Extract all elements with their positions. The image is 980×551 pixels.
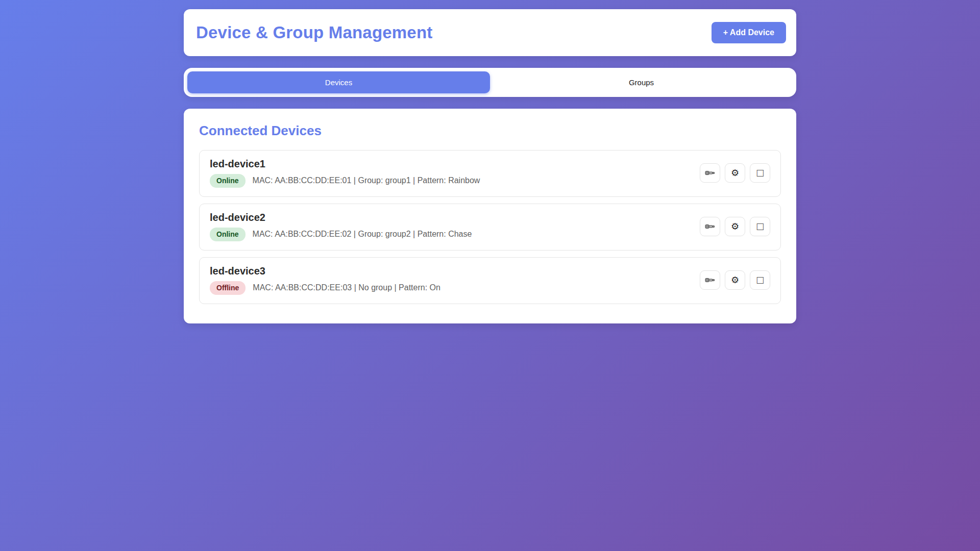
gear-icon: ⚙ [731, 222, 739, 231]
settings-device-button[interactable]: ⚙ [725, 217, 745, 236]
add-device-button[interactable]: + Add Device [712, 22, 786, 43]
square-icon: □ [756, 222, 764, 231]
blink-device-button[interactable] [700, 163, 720, 183]
flashlight-icon [705, 223, 715, 230]
flashlight-icon [705, 277, 715, 284]
gear-icon: ⚙ [731, 276, 739, 285]
connected-devices-card: Connected Devices led-device1 Online MAC… [184, 109, 796, 323]
flashlight-icon [705, 169, 715, 177]
device-meta: MAC: AA:BB:CC:DD:EE:01 | Group: group1 |… [253, 176, 480, 185]
tab-devices[interactable]: Devices [187, 71, 490, 93]
device-meta-row: Offline MAC: AA:BB:CC:DD:EE:03 | No grou… [210, 281, 440, 295]
blink-device-button[interactable] [700, 217, 720, 236]
gear-icon: ⚙ [731, 168, 739, 178]
device-name: led-device3 [210, 265, 440, 277]
device-row: led-device3 Offline MAC: AA:BB:CC:DD:EE:… [199, 257, 781, 304]
square-icon: □ [756, 168, 764, 177]
device-meta-row: Online MAC: AA:BB:CC:DD:EE:02 | Group: g… [210, 228, 472, 241]
device-name: led-device2 [210, 212, 472, 223]
device-info: led-device3 Offline MAC: AA:BB:CC:DD:EE:… [210, 265, 440, 295]
device-row: led-device2 Online MAC: AA:BB:CC:DD:EE:0… [199, 204, 781, 251]
page-title: Device & Group Management [196, 23, 432, 42]
square-icon: □ [756, 276, 764, 284]
device-meta: MAC: AA:BB:CC:DD:EE:02 | Group: group2 |… [253, 230, 472, 239]
tab-groups[interactable]: Groups [490, 71, 793, 93]
settings-device-button[interactable]: ⚙ [725, 163, 745, 183]
device-actions: ⚙ □ [700, 163, 770, 183]
status-badge: Online [210, 174, 246, 188]
device-actions: ⚙ □ [700, 270, 770, 290]
tab-bar: Devices Groups [184, 68, 796, 97]
device-list: led-device1 Online MAC: AA:BB:CC:DD:EE:0… [199, 150, 781, 304]
section-heading: Connected Devices [199, 123, 781, 139]
delete-device-button[interactable]: □ [750, 217, 770, 236]
device-info: led-device2 Online MAC: AA:BB:CC:DD:EE:0… [210, 212, 472, 241]
delete-device-button[interactable]: □ [750, 270, 770, 290]
device-meta-row: Online MAC: AA:BB:CC:DD:EE:01 | Group: g… [210, 174, 480, 188]
delete-device-button[interactable]: □ [750, 163, 770, 183]
device-meta: MAC: AA:BB:CC:DD:EE:03 | No group | Patt… [253, 283, 440, 292]
settings-device-button[interactable]: ⚙ [725, 270, 745, 290]
main-container: Device & Group Management + Add Device D… [184, 0, 796, 323]
device-info: led-device1 Online MAC: AA:BB:CC:DD:EE:0… [210, 158, 480, 188]
status-badge: Online [210, 228, 246, 241]
device-row: led-device1 Online MAC: AA:BB:CC:DD:EE:0… [199, 150, 781, 197]
status-badge: Offline [210, 281, 246, 295]
header-card: Device & Group Management + Add Device [184, 9, 796, 56]
device-actions: ⚙ □ [700, 217, 770, 236]
device-name: led-device1 [210, 158, 480, 170]
blink-device-button[interactable] [700, 270, 720, 290]
